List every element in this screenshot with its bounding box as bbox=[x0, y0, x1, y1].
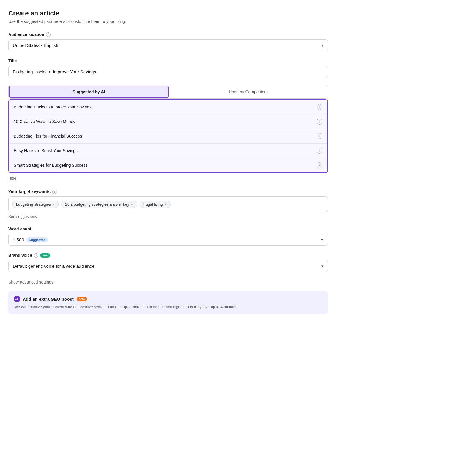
suggested-badge: Suggested bbox=[26, 237, 48, 242]
advanced-settings-row: Show advanced settings bbox=[8, 279, 328, 285]
keyword-text-0: budgeting strategies bbox=[16, 202, 51, 207]
seo-boost-beta-badge: beta bbox=[77, 297, 87, 301]
seo-boost-description: We will optimize your content with compe… bbox=[14, 304, 322, 310]
page-title: Create an article bbox=[8, 10, 328, 17]
audience-label: Audience location i bbox=[8, 32, 328, 37]
brand-voice-select[interactable]: Default generic voice for a wide audienc… bbox=[8, 260, 328, 272]
suggestion-add-icon-4[interactable]: + bbox=[317, 162, 322, 168]
seo-boost-checkbox[interactable] bbox=[14, 296, 20, 302]
keyword-tag-0: budgeting strategies × bbox=[12, 201, 59, 208]
see-suggestions-button[interactable]: See suggestions bbox=[8, 214, 37, 219]
word-count-select-wrapper: 1,500 Suggested ▾ bbox=[8, 234, 328, 246]
tabs-container: Suggested by AI Used by Competitors bbox=[8, 85, 328, 99]
suggestion-text-4: Smart Strategies for Budgeting Success bbox=[14, 163, 87, 168]
title-label: Title bbox=[8, 59, 328, 63]
tab-used-by-competitors[interactable]: Used by Competitors bbox=[169, 85, 328, 98]
suggestion-text-0: Budgeting Hacks to Improve Your Savings bbox=[14, 105, 92, 109]
keyword-remove-0[interactable]: × bbox=[53, 202, 55, 206]
brand-voice-group: Brand voice i new Default generic voice … bbox=[8, 253, 328, 272]
audience-select-wrapper: United States • English United Kingdom •… bbox=[8, 39, 328, 51]
word-count-label: Word count bbox=[8, 226, 328, 231]
suggestion-item-4[interactable]: Smart Strategies for Budgeting Success + bbox=[9, 158, 327, 172]
suggestion-add-icon-0[interactable]: + bbox=[317, 104, 322, 110]
page-subtitle: Use the suggested parameters or customiz… bbox=[8, 19, 328, 24]
audience-info-icon[interactable]: i bbox=[46, 32, 51, 37]
brand-voice-select-wrapper: Default generic voice for a wide audienc… bbox=[8, 260, 328, 272]
title-input[interactable] bbox=[8, 66, 328, 78]
brand-voice-info-icon[interactable]: i bbox=[34, 253, 38, 258]
word-count-display[interactable]: 1,500 Suggested ▾ bbox=[8, 234, 328, 246]
show-advanced-settings-button[interactable]: Show advanced settings bbox=[8, 280, 54, 285]
audience-select[interactable]: United States • English United Kingdom •… bbox=[8, 39, 328, 51]
suggestion-text-3: Easy Hacks to Boost Your Savings bbox=[14, 148, 78, 153]
keywords-info-icon[interactable]: i bbox=[52, 190, 57, 194]
title-group: Title bbox=[8, 59, 328, 78]
suggestion-item-1[interactable]: 10 Creative Ways to Save Money + bbox=[9, 114, 327, 129]
suggestion-text-2: Budgeting Tips for Financial Success bbox=[14, 134, 82, 138]
keyword-tag-2: frugal living × bbox=[140, 201, 171, 208]
suggestion-add-icon-3[interactable]: + bbox=[317, 148, 322, 154]
word-count-chevron-icon: ▾ bbox=[321, 237, 323, 243]
seo-boost-header: Add an extra SEO boost beta bbox=[14, 296, 322, 302]
keyword-text-1: 10.2 budgeting strategies answer key bbox=[65, 202, 129, 207]
new-badge: new bbox=[40, 253, 50, 258]
keyword-tag-1: 10.2 budgeting strategies answer key × bbox=[61, 201, 137, 208]
word-count-group: Word count 1,500 Suggested ▾ bbox=[8, 226, 328, 246]
keyword-text-2: frugal living bbox=[143, 202, 163, 207]
suggestion-item-2[interactable]: Budgeting Tips for Financial Success + bbox=[9, 129, 327, 144]
tab-suggested-by-ai[interactable]: Suggested by AI bbox=[9, 86, 169, 98]
keyword-remove-2[interactable]: × bbox=[165, 202, 167, 206]
word-count-value: 1,500 bbox=[13, 237, 24, 242]
suggestion-add-icon-1[interactable]: + bbox=[317, 119, 322, 125]
suggestion-text-1: 10 Creative Ways to Save Money bbox=[14, 119, 75, 124]
keywords-field[interactable]: budgeting strategies × 10.2 budgeting st… bbox=[8, 196, 328, 212]
seo-boost-label: Add an extra SEO boost bbox=[23, 297, 74, 302]
keywords-label: Your target keywords i bbox=[8, 189, 328, 194]
suggestions-tab-group: Suggested by AI Used by Competitors Budg… bbox=[8, 85, 328, 182]
audience-location-group: Audience location i United States • Engl… bbox=[8, 32, 328, 51]
suggestion-item-0[interactable]: Budgeting Hacks to Improve Your Savings … bbox=[9, 100, 327, 114]
seo-boost-section: Add an extra SEO boost beta We will opti… bbox=[8, 291, 328, 314]
brand-voice-label: Brand voice i new bbox=[8, 253, 328, 258]
suggestion-add-icon-2[interactable]: + bbox=[317, 133, 322, 139]
keyword-remove-1[interactable]: × bbox=[131, 202, 133, 206]
suggestion-item-3[interactable]: Easy Hacks to Boost Your Savings + bbox=[9, 144, 327, 158]
suggestions-list: Budgeting Hacks to Improve Your Savings … bbox=[8, 99, 328, 173]
keywords-group: Your target keywords i budgeting strateg… bbox=[8, 189, 328, 219]
hide-suggestions-button[interactable]: Hide bbox=[8, 176, 16, 181]
